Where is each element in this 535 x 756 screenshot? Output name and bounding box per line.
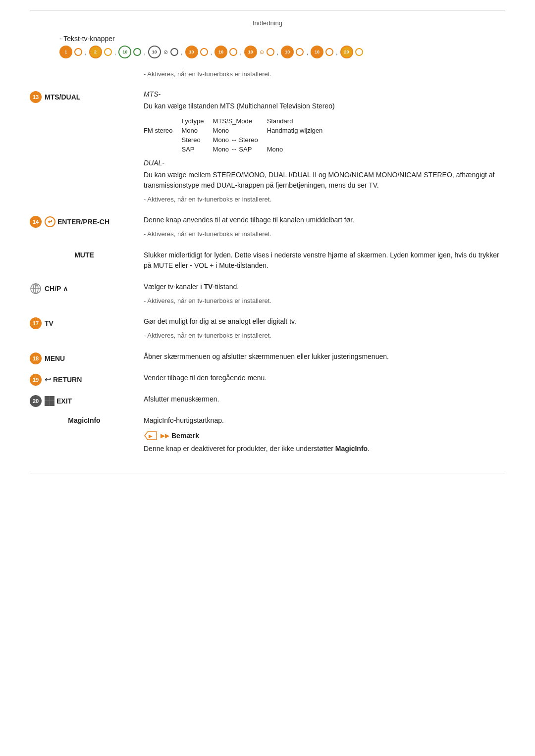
mute-description: Slukker midlertidigt for lyden. Dette vi… (144, 250, 505, 271)
badge-18: 18 (30, 353, 42, 364)
table-cell: FM stereo (144, 126, 182, 135)
note-text: Denne knap er deaktiveret for produkter,… (144, 444, 505, 454)
mute-content: Slukker midlertidigt for lyden. Dette vi… (139, 250, 505, 275)
note-icon: ▶ (144, 431, 158, 441)
btn-icon-1: 1 (59, 46, 72, 58)
tekst-tv-button-icons: 1 , 2 , 10 , 10⊘ , 10 , 10 , 10⊙ , 10 , … (59, 46, 505, 58)
globe-icon (30, 283, 42, 295)
mute-label: MUTE (30, 250, 139, 259)
enter-prech-section: 14 ENTER/PRE-CH Denne knap anvendes til … (30, 215, 505, 243)
mute-section: MUTE Slukker midlertidigt for lyden. Det… (30, 250, 505, 275)
note-section: ▶ ▶▶ Bemærk Denne knap er deaktiveret fo… (144, 431, 505, 454)
exit-content: Afslutter menuskærmen. (139, 394, 505, 408)
mts-description: Du kan vælge tilstanden MTS (Multichanne… (144, 101, 505, 111)
exit-label-text: EXIT (56, 397, 72, 405)
table-cell (144, 135, 182, 145)
magicinfo-content: MagicInfo-hurtigstartknap. ▶ ▶▶ Bemærk D… (139, 415, 505, 458)
return-label-text: RETURN (53, 376, 82, 384)
tv-section: 17 TV Gør det muligt for dig at se analo… (30, 316, 505, 345)
activeres-section-1: - Aktiveres, når en tv-tunerboks er inst… (30, 67, 505, 83)
btn-sub-6 (229, 48, 237, 56)
dual-description: Du kan vælge mellem STEREO/MONO, DUAL I/… (144, 170, 505, 191)
badge-20: 20 (30, 395, 42, 407)
table-cell: Mono ↔ Stereo (213, 135, 267, 145)
return-label: 19 ↩ RETURN (30, 373, 139, 386)
menu-section: 18 MENU Åbner skærmmenuen og afslutter s… (30, 352, 505, 366)
exit-section: 20 EXIT Afslutter menuskærmen. (30, 394, 505, 408)
table-cell: Standard (267, 116, 332, 126)
table-cell (144, 116, 182, 126)
tekst-tv-title: - Tekst-tv-knapper (59, 35, 505, 43)
btn-sub-9 (325, 48, 333, 56)
enter-prech-label: 14 ENTER/PRE-CH (30, 215, 139, 228)
btn-sub-8 (296, 48, 304, 56)
btn-sub-2 (104, 48, 112, 56)
btn-icon-7: 10 (244, 46, 257, 58)
mts-dual-label: 13 MTS/DUAL (30, 90, 139, 103)
exit-grid-icon (45, 396, 54, 406)
chp-activeres: - Aktiveres, når en tv-tunerboks er inst… (144, 296, 505, 306)
btn-sub-7 (267, 48, 274, 56)
chp-section: CH/P ∧ Vælger tv-kanaler i TV-tilstand. … (30, 282, 505, 310)
btn-sub-1 (74, 48, 82, 56)
return-description: Vender tilbage til den foregående menu. (144, 373, 505, 383)
tv-label-text: TV (45, 319, 54, 327)
menu-content: Åbner skærmmenuen og afslutter skærmmenu… (139, 352, 505, 366)
btn-icon-2: 2 (89, 46, 102, 58)
enter-prech-label-text: ENTER/PRE-CH (57, 218, 109, 226)
table-cell: Lydtype (182, 116, 213, 126)
table-cell: Mono (213, 126, 267, 135)
chp-content: Vælger tv-kanaler i TV-tilstand. - Aktiv… (139, 282, 505, 310)
magicinfo-description: MagicInfo-hurtigstartknap. (144, 415, 505, 426)
table-cell: Handmatig wijzigen (267, 126, 332, 145)
btn-icon-5: 10 (185, 46, 198, 58)
table-cell: Mono (267, 145, 332, 154)
btn-icon-8: 10 (281, 46, 294, 58)
table-cell: SAP (182, 145, 213, 154)
badge-19: 19 (30, 374, 42, 386)
enter-prech-description: Denne knap anvendes til at vende tilbage… (144, 215, 505, 225)
page-header: Indledning (30, 15, 505, 35)
btn-sub-10 (355, 48, 363, 56)
header-title: Indledning (253, 19, 282, 27)
svg-point-4 (35, 285, 37, 287)
note-title: Bemærk (171, 432, 199, 440)
badge-13: 13 (30, 91, 42, 103)
btn-icon-9: 10 (311, 46, 323, 58)
btn-icon-4: 10 (148, 46, 161, 58)
btn-sub-5 (200, 48, 208, 56)
mts-table: Lydtype MTS/S_Mode Standard FM stereo Mo… (144, 116, 331, 154)
svg-text:▶: ▶ (149, 434, 153, 439)
exit-description: Afslutter menuskærmen. (144, 394, 505, 404)
tv-description: Gør det muligt for dig at se analogt ell… (144, 316, 505, 327)
return-section: 19 ↩ RETURN Vender tilbage til den foreg… (30, 373, 505, 387)
menu-label-text: MENU (45, 354, 65, 362)
tekst-tv-section: - Tekst-tv-knapper 1 , 2 , 10 , 10⊘ , 10… (30, 35, 505, 58)
magicinfo-label: MagicInfo (30, 415, 139, 424)
table-cell (144, 145, 182, 154)
enter-icon (45, 216, 55, 227)
exit-label: 20 EXIT (30, 394, 139, 407)
enter-prech-content: Denne knap anvendes til at vende tilbage… (139, 215, 505, 243)
mts-dual-content: MTS- Du kan vælge tilstanden MTS (Multic… (139, 90, 505, 208)
mts-dual-section: 13 MTS/DUAL MTS- Du kan vælge tilstanden… (30, 90, 505, 208)
menu-description: Åbner skærmmenuen og afslutter skærmmenu… (144, 352, 505, 362)
mts-dual-label-text: MTS/DUAL (45, 93, 80, 101)
tv-label: 17 TV (30, 316, 139, 329)
btn-sub-3 (133, 48, 141, 56)
magicinfo-label-text: MagicInfo (68, 416, 100, 424)
badge-17: 17 (30, 317, 42, 329)
activeres-note-1: - Aktiveres, når en tv-tunerboks er inst… (144, 69, 505, 79)
chp-label: CH/P ∧ (30, 282, 139, 295)
btn-icon-10: 20 (340, 46, 353, 58)
chp-label-text: CH/P ∧ (45, 285, 68, 293)
return-content: Vender tilbage til den foregående menu. (139, 373, 505, 387)
tv-content: Gør det muligt for dig at se analogt ell… (139, 316, 505, 345)
magicinfo-section: MagicInfo MagicInfo-hurtigstartknap. ▶ ▶… (30, 415, 505, 458)
btn-icon-6: 10 (214, 46, 227, 58)
enter-prech-activeres: - Aktiveres, når en tv-tunerboks er inst… (144, 229, 505, 239)
table-cell: Stereo (182, 135, 213, 145)
mute-label-text: MUTE (74, 251, 94, 259)
tv-activeres: - Aktiveres, når en tv-tunerboks er inst… (144, 331, 505, 341)
table-cell: Mono ↔ SAP (213, 145, 267, 154)
